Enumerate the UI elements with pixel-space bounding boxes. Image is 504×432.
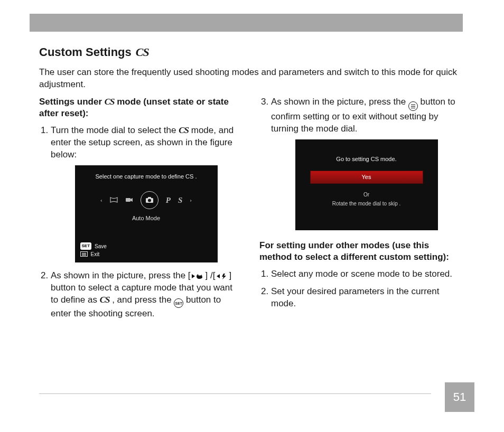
auto-mode-label: Auto Mode bbox=[81, 214, 211, 222]
cs-mode-icon: CS bbox=[100, 295, 110, 305]
svg-point-3 bbox=[148, 199, 151, 202]
save-label: Save bbox=[95, 242, 107, 250]
yes-button[interactable]: Yes bbox=[310, 171, 423, 184]
auto-mode-selected bbox=[141, 191, 158, 209]
left-macro-button-icon bbox=[191, 273, 206, 280]
lcd-prompt: Select one capture mode to define CS . bbox=[81, 173, 211, 181]
title-text: Custom Settings bbox=[39, 45, 132, 59]
right-column: As shown in the picture, press the butto… bbox=[259, 96, 462, 326]
step2-a: As shown in the picture, press the [ bbox=[51, 270, 191, 280]
lcd2-title: Go to setting CS mode. bbox=[310, 155, 423, 163]
cs-mode-icon: CS bbox=[179, 125, 189, 135]
right-subhead: For setting under other modes (use this … bbox=[259, 240, 462, 263]
lcd-screen-confirm: Go to setting CS mode. Yes Or Rotate the… bbox=[295, 139, 438, 230]
page-content: Custom Settings CS The user can store th… bbox=[39, 45, 462, 325]
step-3: As shown in the picture, press the butto… bbox=[271, 96, 462, 230]
menu-button-icon bbox=[408, 101, 418, 111]
header-bar bbox=[30, 14, 463, 32]
right-steps-cont: As shown in the picture, press the butto… bbox=[259, 96, 462, 230]
step-1: Turn the mode dial to select the CS mode… bbox=[51, 125, 241, 262]
left-subhead: Settings under CS mode (unset state or s… bbox=[39, 96, 241, 119]
skip-label: Rotate the mode dial to skip . bbox=[310, 200, 423, 208]
left-column: Settings under CS mode (unset state or s… bbox=[39, 96, 241, 326]
lcd-footer: SET Save Exit bbox=[80, 242, 107, 258]
other-modes-steps: Select any mode or scene mode to be stor… bbox=[259, 268, 462, 310]
svg-rect-2 bbox=[148, 197, 151, 199]
camera-icon bbox=[145, 196, 154, 203]
page-number: 51 bbox=[445, 382, 474, 412]
page-title: Custom Settings CS bbox=[39, 45, 462, 59]
or-label: Or bbox=[310, 191, 423, 199]
step2-d: , and press the bbox=[109, 295, 174, 305]
right-arrow-icon: › bbox=[190, 196, 192, 204]
step1-pre: Turn the mode dial to select the bbox=[51, 125, 179, 135]
set-button-icon: SET bbox=[174, 298, 183, 308]
p-mode-icon: P bbox=[166, 195, 171, 205]
step-2: As shown in the picture, press the [] /[… bbox=[51, 270, 241, 321]
step3-a: As shown in the picture, press the bbox=[271, 97, 408, 107]
other-step-2: Set your desired parameters in the curre… bbox=[271, 286, 462, 310]
left-arrow-icon: ‹ bbox=[100, 196, 102, 204]
other-step-1: Select any mode or scene mode to be stor… bbox=[271, 268, 462, 280]
set-badge-icon: SET bbox=[80, 242, 92, 250]
video-icon bbox=[125, 197, 133, 203]
svg-rect-0 bbox=[126, 198, 130, 202]
mode-carousel: ‹ P S › bbox=[81, 191, 211, 209]
step2-b: ] /[ bbox=[206, 270, 216, 280]
left-steps: Turn the mode dial to select the CS mode… bbox=[39, 125, 241, 320]
cs-mode-icon: CS bbox=[136, 45, 149, 59]
lcd-screen-select-mode: Select one capture mode to define CS . ‹ bbox=[75, 165, 218, 262]
exit-label: Exit bbox=[91, 250, 100, 258]
s-mode-icon: S bbox=[178, 195, 182, 205]
subhead-pre: Settings under bbox=[39, 97, 105, 107]
intro-text: The user can store the frequently used s… bbox=[39, 67, 462, 91]
footer-rule bbox=[39, 393, 431, 394]
panorama-icon bbox=[110, 197, 118, 203]
cs-mode-icon: CS bbox=[105, 97, 115, 107]
right-flash-button-icon bbox=[216, 273, 229, 280]
menu-icon bbox=[80, 251, 88, 257]
